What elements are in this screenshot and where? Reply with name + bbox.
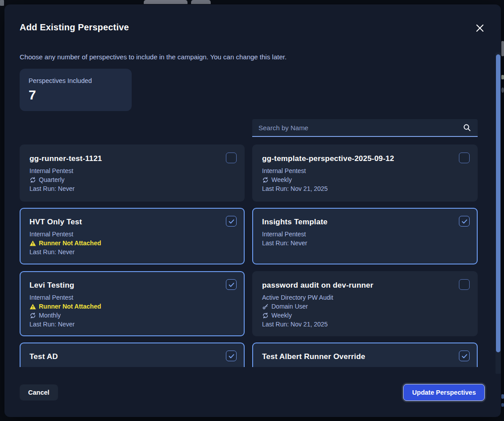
perspective-meta: Active Directory PW AuditDomain UserWeek… — [262, 293, 468, 329]
meta-text: Weekly — [271, 311, 292, 320]
perspective-card[interactable]: Test Albert Runner Override — [252, 343, 478, 367]
perspective-meta-line: Last Run: Nov 21, 2025 — [262, 320, 468, 329]
perspective-meta: Internal PentestRunner Not AttachedMonth… — [29, 293, 235, 329]
perspective-card[interactable]: Test AD — [20, 343, 245, 367]
page-behind-fragment — [501, 75, 504, 79]
meta-text: Internal Pentest — [29, 293, 73, 302]
perspective-meta-line: Last Run: Nov 21, 2025 — [262, 184, 468, 193]
dialog-title: Add Existing Perspective — [20, 22, 129, 33]
meta-text: Quarterly — [39, 175, 65, 184]
repeat-icon — [29, 312, 36, 319]
perspective-meta-line: Weekly — [262, 175, 468, 184]
perspective-list-scroll-area: Perspectives Included 7 gg-runner-test-1… — [4, 65, 496, 367]
meta-text: Last Run: Never — [29, 320, 75, 329]
perspective-meta-line: Internal Pentest — [262, 166, 468, 175]
meta-text: Last Run: Never — [29, 184, 75, 193]
perspective-name: gg-runner-test-1121 — [29, 154, 235, 163]
page-behind-fragment — [501, 394, 504, 399]
runner-warning-line: Runner Not Attached — [29, 302, 235, 311]
perspective-name: Test AD — [29, 352, 235, 361]
perspective-meta: Internal PentestQuarterlyLast Run: Never — [29, 166, 235, 193]
perspective-meta-line: Last Run: Never — [262, 239, 468, 248]
page-behind-fragment — [0, 0, 4, 6]
perspective-checkbox[interactable] — [459, 216, 470, 227]
meta-text: Internal Pentest — [29, 230, 73, 239]
search-input[interactable] — [258, 124, 462, 132]
perspective-checkbox[interactable] — [459, 153, 470, 163]
key-icon — [262, 303, 269, 310]
meta-text: Runner Not Attached — [39, 239, 101, 248]
meta-text: Active Directory PW Audit — [262, 293, 333, 302]
perspective-meta-line: Monthly — [29, 311, 235, 320]
perspective-name: password audit on dev-runner — [262, 281, 468, 290]
scrollbar-thumb[interactable] — [496, 54, 500, 352]
check-icon — [228, 353, 235, 359]
page-behind-fragment — [501, 403, 504, 407]
perspective-meta-line: Internal Pentest — [29, 166, 235, 175]
meta-text: Last Run: Nov 21, 2025 — [262, 184, 328, 193]
perspective-checkbox[interactable] — [226, 351, 237, 361]
perspective-meta-line: Internal Pentest — [29, 230, 235, 239]
check-icon — [228, 218, 235, 225]
perspective-card[interactable]: HVT Only Test Internal PentestRunner Not… — [20, 208, 245, 264]
meta-text: Domain User — [271, 302, 308, 311]
check-icon — [228, 281, 235, 288]
perspective-meta-line: Quarterly — [29, 175, 235, 184]
perspective-name: Levi Testing — [29, 281, 235, 290]
page-behind-fragment — [501, 41, 504, 56]
perspectives-included-label: Perspectives Included — [29, 77, 123, 84]
meta-text: Runner Not Attached — [39, 302, 101, 311]
check-icon — [461, 218, 468, 225]
repeat-icon — [29, 177, 36, 183]
meta-text: Internal Pentest — [29, 166, 73, 175]
perspective-meta: Internal PentestWeeklyLast Run: Nov 21, … — [262, 166, 468, 193]
perspective-meta-line: Last Run: Never — [29, 248, 235, 256]
perspective-name: gg-template-perspective-2025-09-12 — [262, 154, 468, 163]
perspective-card[interactable]: password audit on dev-runner Active Dire… — [252, 271, 478, 336]
search-box — [252, 119, 478, 137]
perspective-checkbox[interactable] — [226, 153, 237, 163]
meta-text: Internal Pentest — [262, 166, 306, 175]
update-perspectives-button[interactable]: Update Perspectives — [403, 384, 485, 401]
page-behind-fragment — [501, 87, 504, 93]
page-behind-fragment — [191, 0, 211, 4]
cancel-button[interactable]: Cancel — [20, 384, 58, 400]
repeat-icon — [262, 177, 269, 183]
close-icon — [475, 23, 485, 33]
perspective-card[interactable]: gg-runner-test-1121 Internal PentestQuar… — [20, 144, 245, 202]
meta-text: Last Run: Never — [262, 239, 307, 248]
meta-text: Monthly — [39, 311, 61, 320]
perspective-checkbox[interactable] — [226, 216, 237, 227]
perspective-meta-line: Last Run: Never — [29, 320, 235, 329]
runner-warning-line: Runner Not Attached — [29, 239, 235, 248]
perspective-card[interactable]: Levi Testing Internal PentestRunner Not … — [20, 271, 245, 336]
perspective-meta-line: Last Run: Never — [29, 184, 235, 193]
perspective-name: Test Albert Runner Override — [262, 352, 468, 361]
meta-text: Last Run: Nov 21, 2025 — [262, 320, 328, 329]
meta-text: Last Run: Never — [29, 248, 75, 256]
perspectives-included-card: Perspectives Included 7 — [20, 69, 132, 111]
perspective-card[interactable]: Insights Template Internal PentestLast R… — [252, 208, 478, 264]
perspective-card[interactable]: gg-template-perspective-2025-09-12 Inter… — [252, 144, 478, 202]
page-behind-fragment — [144, 0, 187, 4]
perspective-meta-line: Internal Pentest — [262, 230, 468, 239]
search-icon — [462, 123, 471, 132]
dialog-description: Choose any number of perspectives to inc… — [20, 53, 287, 61]
perspective-checkbox[interactable] — [459, 279, 470, 290]
check-icon — [461, 353, 468, 359]
perspective-checkbox[interactable] — [459, 351, 470, 361]
perspective-name: Insights Template — [262, 218, 468, 227]
perspective-name: HVT Only Test — [29, 218, 235, 227]
repeat-icon — [262, 312, 269, 319]
perspective-meta-line: Weekly — [262, 311, 468, 320]
close-button[interactable] — [474, 22, 486, 34]
perspective-meta: Internal PentestRunner Not AttachedLast … — [29, 230, 235, 256]
warning-icon — [29, 240, 36, 247]
perspective-meta-line: Domain User — [262, 302, 468, 311]
add-existing-perspective-dialog: Add Existing Perspective Choose any numb… — [4, 4, 501, 417]
perspective-meta-line: Internal Pentest — [29, 293, 235, 302]
meta-text: Internal Pentest — [262, 230, 306, 239]
perspective-checkbox[interactable] — [226, 279, 237, 290]
warning-icon — [29, 303, 36, 310]
meta-text: Weekly — [271, 175, 292, 184]
